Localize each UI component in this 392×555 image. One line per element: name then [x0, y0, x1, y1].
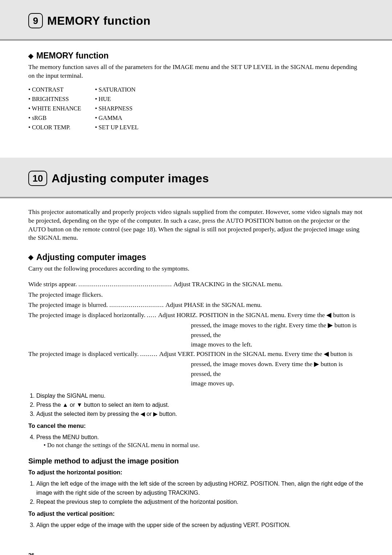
- section-10-subhead: ◆ Adjusting computer images: [28, 252, 364, 262]
- param-item: HUE: [95, 94, 139, 104]
- section-9-subtitle: MEMORY function: [36, 51, 109, 61]
- step-text: button.: [158, 411, 177, 417]
- symptom-label: Wide strips appear.: [28, 279, 77, 289]
- horizontal-heading: To adjust the horizontal position:: [28, 469, 364, 476]
- divider: [0, 197, 392, 198]
- right-arrow-icon: ▶: [153, 411, 158, 417]
- divider: [0, 39, 392, 41]
- page-number: 26: [28, 552, 364, 555]
- symptom-row: The projected image is displaced vertica…: [28, 349, 364, 358]
- section-10-header-band: 10 Adjusting computer images: [0, 158, 392, 197]
- param-item: BRIGHTNESS: [28, 94, 81, 104]
- fix-text: button is: [329, 350, 352, 357]
- fix-text: Adjust VERT. POSITION in the SIGNAL menu…: [159, 350, 324, 357]
- param-item: sRGB: [28, 113, 81, 123]
- symptom-row: Wide strips appear. ....................…: [28, 279, 364, 289]
- step-item: Align the left edge of the image with th…: [36, 479, 364, 498]
- step-item: Repeat the previous step to complete the…: [36, 498, 364, 507]
- symptom-label: The projected image flickers.: [28, 290, 103, 299]
- left-arrow-icon: ◀: [326, 311, 331, 319]
- param-item: WHITE ENHANCE: [28, 104, 81, 113]
- symptom-fix: Adjust HORIZ. POSITION in the SIGNAL men…: [158, 310, 355, 320]
- step-item: Press the MENU button.: [36, 433, 364, 442]
- symptom-fix-cont: image moves up.: [28, 378, 364, 388]
- diamond-icon: ◆: [28, 52, 33, 60]
- parameter-columns: CONTRAST BRIGHTNESS WHITE ENHANCE sRGB C…: [28, 85, 364, 132]
- section-10-body: This projector automatically and properl…: [0, 208, 392, 555]
- param-item: SHARPNESS: [95, 104, 139, 113]
- step-text: or: [68, 402, 77, 408]
- section-10-subtitle: Adjusting computer images: [36, 252, 146, 262]
- step-text: Adjust the selected item by pressing the: [36, 411, 140, 417]
- step-text: button to select an item to adjust.: [82, 402, 169, 408]
- fix-text: Adjust HORIZ. POSITION in the SIGNAL men…: [158, 311, 326, 319]
- step-text: Press the: [36, 402, 62, 408]
- leader-dots: .....: [147, 310, 157, 320]
- param-item: COLOR TEMP.: [28, 123, 81, 132]
- leader-dots: ............................: [109, 300, 164, 309]
- section-9-header-band: 9 MEMORY function: [0, 0, 392, 39]
- step-item: Align the upper edge of the image with t…: [36, 521, 364, 530]
- symptom-label: The projected image is blurred.: [28, 300, 108, 309]
- right-arrow-icon: ▶: [328, 321, 333, 329]
- symptom-fix-cont: pressed, the image moves to the right. E…: [28, 320, 364, 340]
- cancel-steps: Press the MENU button.: [28, 433, 364, 442]
- down-arrow-icon: ▼: [77, 402, 82, 408]
- symptom-label: The projected image is displaced horizon…: [28, 310, 146, 320]
- step-text: or: [145, 411, 153, 417]
- parameter-col-1: CONTRAST BRIGHTNESS WHITE ENHANCE sRGB C…: [28, 85, 81, 132]
- symptom-fix: Adjust PHASE in the SIGNAL menu.: [166, 300, 262, 309]
- note-bullet: Do not change the settings of the SIGNAL…: [44, 442, 364, 449]
- param-item: SATURATION: [95, 85, 139, 94]
- section-number-box: 9: [28, 13, 43, 28]
- section-number-box: 10: [28, 171, 47, 186]
- symptom-fix-cont: image moves to the left.: [28, 340, 364, 349]
- cancel-heading: To cancel the menu:: [28, 422, 364, 429]
- right-arrow-icon: ▶: [314, 360, 319, 368]
- symptom-fix-cont: pressed, the image moves down. Every tim…: [28, 359, 364, 378]
- up-arrow-icon: ▲: [62, 402, 68, 408]
- diamond-icon: ◆: [28, 253, 33, 261]
- left-arrow-icon: ◀: [324, 350, 329, 357]
- symptom-row: The projected image is blurred. ........…: [28, 300, 364, 309]
- fix-text: pressed, the image moves down. Every tim…: [191, 360, 314, 368]
- section-10-lead: Carry out the following procedures accor…: [28, 264, 364, 273]
- section-9-subhead: ◆ MEMORY function: [28, 51, 364, 61]
- leader-dots: ........................................…: [78, 279, 172, 289]
- step-item: Adjust the selected item by pressing the…: [36, 410, 364, 419]
- simple-method-heading: Simple method to adjust the image positi…: [28, 457, 364, 465]
- adjust-steps: Display the SIGNAL menu. Press the ▲ or …: [28, 392, 364, 418]
- param-item: GAMMA: [95, 113, 139, 123]
- symptom-row: The projected image flickers.: [28, 290, 364, 299]
- horizontal-steps: Align the left edge of the image with th…: [28, 479, 364, 506]
- vertical-steps: Align the upper edge of the image with t…: [28, 521, 364, 530]
- section-9-body: ◆ MEMORY function The memory function sa…: [0, 51, 392, 132]
- symptom-list: Wide strips appear. ....................…: [28, 279, 364, 388]
- section-10-title: Adjusting computer images: [52, 172, 209, 185]
- section-10-header: 10 Adjusting computer images: [28, 171, 364, 186]
- symptom-row: The projected image is displaced horizon…: [28, 310, 364, 320]
- section-9-intro: The memory function saves all of the par…: [28, 63, 364, 80]
- leader-dots: .........: [140, 349, 158, 358]
- param-item: SET UP LEVEL: [95, 123, 139, 132]
- parameter-col-2: SATURATION HUE SHARPNESS GAMMA SET UP LE…: [95, 85, 139, 132]
- step-item: Press the ▲ or ▼ button to select an ite…: [36, 401, 364, 410]
- section-9-header: 9 MEMORY function: [28, 13, 364, 28]
- section-9-title: MEMORY function: [47, 14, 151, 28]
- symptom-label: The projected image is displaced vertica…: [28, 349, 139, 358]
- left-arrow-icon: ◀: [140, 411, 145, 417]
- vertical-heading: To adjust the vertical position:: [28, 510, 364, 517]
- document-page: 9 MEMORY function ◆ MEMORY function The …: [0, 0, 392, 555]
- step-item: Display the SIGNAL menu.: [36, 392, 364, 401]
- fix-text: pressed, the image moves to the right. E…: [191, 321, 328, 329]
- symptom-fix: Adjust TRACKING in the SIGNAL menu.: [173, 279, 282, 289]
- fix-text: button is: [331, 311, 355, 319]
- param-item: CONTRAST: [28, 85, 81, 94]
- symptom-fix: Adjust VERT. POSITION in the SIGNAL menu…: [159, 349, 352, 358]
- section-10-intro: This projector automatically and properl…: [28, 208, 364, 242]
